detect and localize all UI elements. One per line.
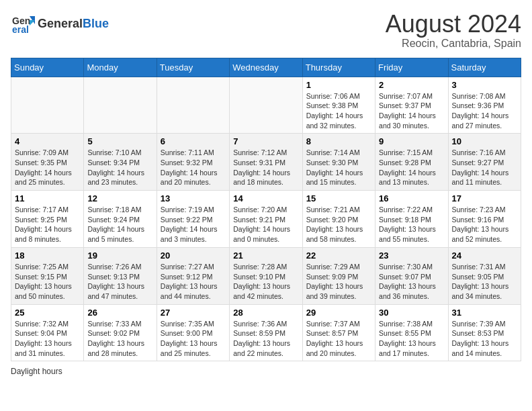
day-number: 11: [15, 193, 80, 203]
logo-text-blue: Blue: [83, 17, 109, 31]
logo: Gen eral General Blue: [11, 11, 109, 38]
day-info: Sunrise: 7:25 AM Sunset: 9:15 PM Dayligh…: [15, 262, 80, 302]
calendar-cell: 8Sunrise: 7:14 AM Sunset: 9:30 PM Daylig…: [302, 134, 375, 191]
day-number: 17: [452, 193, 517, 203]
day-number: 27: [161, 308, 226, 318]
day-number: 16: [379, 193, 444, 203]
calendar-week-3: 11Sunrise: 7:17 AM Sunset: 9:25 PM Dayli…: [11, 191, 521, 248]
day-number: 18: [15, 250, 80, 261]
calendar-cell: 5Sunrise: 7:10 AM Sunset: 9:34 PM Daylig…: [84, 134, 157, 191]
calendar-cell: 6Sunrise: 7:11 AM Sunset: 9:32 PM Daylig…: [157, 134, 229, 191]
weekday-header-sunday: Sunday: [11, 58, 84, 77]
weekday-header-row: SundayMondayTuesdayWednesdayThursdayFrid…: [11, 58, 521, 77]
day-info: Sunrise: 7:33 AM Sunset: 9:02 PM Dayligh…: [87, 319, 152, 359]
day-info: Sunrise: 7:15 AM Sunset: 9:28 PM Dayligh…: [379, 148, 444, 187]
day-number: 23: [379, 250, 444, 261]
day-number: 15: [306, 193, 371, 203]
logo-text-general: General: [38, 17, 83, 31]
calendar-table: SundayMondayTuesdayWednesdayThursdayFrid…: [11, 58, 521, 362]
calendar-cell: 22Sunrise: 7:29 AM Sunset: 9:09 PM Dayli…: [302, 247, 375, 304]
day-info: Sunrise: 7:08 AM Sunset: 9:36 PM Dayligh…: [452, 91, 517, 131]
calendar-cell: 25Sunrise: 7:32 AM Sunset: 9:04 PM Dayli…: [11, 304, 84, 361]
calendar-cell: 28Sunrise: 7:36 AM Sunset: 8:59 PM Dayli…: [230, 304, 302, 361]
calendar-week-2: 4Sunrise: 7:09 AM Sunset: 9:35 PM Daylig…: [11, 134, 521, 191]
calendar-cell: 26Sunrise: 7:33 AM Sunset: 9:02 PM Dayli…: [84, 304, 157, 361]
day-number: 1: [306, 80, 371, 90]
calendar-cell: 27Sunrise: 7:35 AM Sunset: 9:00 PM Dayli…: [157, 304, 229, 361]
main-title: August 2024: [386, 11, 521, 38]
day-number: 9: [379, 136, 444, 146]
calendar-cell: 20Sunrise: 7:27 AM Sunset: 9:12 PM Dayli…: [157, 247, 229, 304]
weekday-header-thursday: Thursday: [302, 58, 375, 77]
day-number: 8: [306, 136, 371, 146]
day-info: Sunrise: 7:26 AM Sunset: 9:13 PM Dayligh…: [87, 262, 152, 302]
day-number: 25: [15, 308, 80, 318]
day-info: Sunrise: 7:21 AM Sunset: 9:20 PM Dayligh…: [306, 205, 371, 244]
day-info: Sunrise: 7:06 AM Sunset: 9:38 PM Dayligh…: [306, 91, 371, 131]
day-number: 4: [15, 136, 80, 146]
day-info: Sunrise: 7:27 AM Sunset: 9:12 PM Dayligh…: [161, 262, 226, 302]
calendar-cell: 16Sunrise: 7:22 AM Sunset: 9:18 PM Dayli…: [375, 191, 448, 248]
day-number: 24: [452, 250, 517, 261]
day-number: 10: [452, 136, 517, 146]
calendar-cell: [230, 77, 302, 134]
day-number: 7: [233, 136, 298, 146]
day-number: 12: [87, 193, 152, 203]
calendar-cell: 21Sunrise: 7:28 AM Sunset: 9:10 PM Dayli…: [230, 247, 302, 304]
calendar-cell: 15Sunrise: 7:21 AM Sunset: 9:20 PM Dayli…: [302, 191, 375, 248]
day-info: Sunrise: 7:16 AM Sunset: 9:27 PM Dayligh…: [452, 148, 517, 187]
weekday-header-tuesday: Tuesday: [157, 58, 229, 77]
day-number: 13: [161, 193, 226, 203]
day-info: Sunrise: 7:38 AM Sunset: 8:55 PM Dayligh…: [379, 319, 444, 359]
day-info: Sunrise: 7:35 AM Sunset: 9:00 PM Dayligh…: [161, 319, 226, 359]
calendar-cell: 14Sunrise: 7:20 AM Sunset: 9:21 PM Dayli…: [230, 191, 302, 248]
weekday-header-saturday: Saturday: [448, 58, 521, 77]
day-number: 21: [233, 250, 298, 261]
calendar-cell: 23Sunrise: 7:30 AM Sunset: 9:07 PM Dayli…: [375, 247, 448, 304]
day-number: 2: [379, 80, 444, 90]
day-info: Sunrise: 7:29 AM Sunset: 9:09 PM Dayligh…: [306, 262, 371, 302]
day-info: Sunrise: 7:07 AM Sunset: 9:37 PM Dayligh…: [379, 91, 444, 131]
day-info: Sunrise: 7:30 AM Sunset: 9:07 PM Dayligh…: [379, 262, 444, 302]
title-area: August 2024 Reocin, Cantabria, Spain: [386, 11, 521, 50]
day-info: Sunrise: 7:39 AM Sunset: 8:53 PM Dayligh…: [452, 319, 517, 359]
footer-note: Daylight hours: [11, 367, 521, 376]
calendar-cell: 31Sunrise: 7:39 AM Sunset: 8:53 PM Dayli…: [448, 304, 521, 361]
day-number: 5: [87, 136, 152, 146]
day-number: 14: [233, 193, 298, 203]
day-info: Sunrise: 7:28 AM Sunset: 9:10 PM Dayligh…: [233, 262, 298, 302]
day-number: 3: [452, 80, 517, 90]
day-number: 29: [306, 308, 371, 318]
calendar-cell: 9Sunrise: 7:15 AM Sunset: 9:28 PM Daylig…: [375, 134, 448, 191]
calendar-cell: 29Sunrise: 7:37 AM Sunset: 8:57 PM Dayli…: [302, 304, 375, 361]
calendar-cell: 17Sunrise: 7:23 AM Sunset: 9:16 PM Dayli…: [448, 191, 521, 248]
day-info: Sunrise: 7:23 AM Sunset: 9:16 PM Dayligh…: [452, 205, 517, 244]
day-info: Sunrise: 7:36 AM Sunset: 8:59 PM Dayligh…: [233, 319, 298, 359]
day-number: 31: [452, 308, 517, 318]
calendar-cell: 3Sunrise: 7:08 AM Sunset: 9:36 PM Daylig…: [448, 77, 521, 134]
calendar-cell: 4Sunrise: 7:09 AM Sunset: 9:35 PM Daylig…: [11, 134, 84, 191]
day-number: 20: [161, 250, 226, 261]
calendar-week-5: 25Sunrise: 7:32 AM Sunset: 9:04 PM Dayli…: [11, 304, 521, 361]
day-info: Sunrise: 7:12 AM Sunset: 9:31 PM Dayligh…: [233, 148, 298, 187]
weekday-header-friday: Friday: [375, 58, 448, 77]
day-info: Sunrise: 7:14 AM Sunset: 9:30 PM Dayligh…: [306, 148, 371, 187]
header: Gen eral General Blue August 2024 Reocin…: [11, 11, 521, 50]
day-info: Sunrise: 7:09 AM Sunset: 9:35 PM Dayligh…: [15, 148, 80, 187]
day-info: Sunrise: 7:11 AM Sunset: 9:32 PM Dayligh…: [161, 148, 226, 187]
calendar-cell: 30Sunrise: 7:38 AM Sunset: 8:55 PM Dayli…: [375, 304, 448, 361]
calendar-cell: 10Sunrise: 7:16 AM Sunset: 9:27 PM Dayli…: [448, 134, 521, 191]
day-info: Sunrise: 7:31 AM Sunset: 9:05 PM Dayligh…: [452, 262, 517, 302]
calendar-cell: 1Sunrise: 7:06 AM Sunset: 9:38 PM Daylig…: [302, 77, 375, 134]
calendar-cell: 24Sunrise: 7:31 AM Sunset: 9:05 PM Dayli…: [448, 247, 521, 304]
day-info: Sunrise: 7:18 AM Sunset: 9:24 PM Dayligh…: [87, 205, 152, 244]
calendar-cell: 7Sunrise: 7:12 AM Sunset: 9:31 PM Daylig…: [230, 134, 302, 191]
day-number: 6: [161, 136, 226, 146]
day-info: Sunrise: 7:20 AM Sunset: 9:21 PM Dayligh…: [233, 205, 298, 244]
day-info: Sunrise: 7:37 AM Sunset: 8:57 PM Dayligh…: [306, 319, 371, 359]
calendar-cell: 19Sunrise: 7:26 AM Sunset: 9:13 PM Dayli…: [84, 247, 157, 304]
calendar-cell: 13Sunrise: 7:19 AM Sunset: 9:22 PM Dayli…: [157, 191, 229, 248]
day-number: 30: [379, 308, 444, 318]
weekday-header-monday: Monday: [84, 58, 157, 77]
calendar-cell: 18Sunrise: 7:25 AM Sunset: 9:15 PM Dayli…: [11, 247, 84, 304]
